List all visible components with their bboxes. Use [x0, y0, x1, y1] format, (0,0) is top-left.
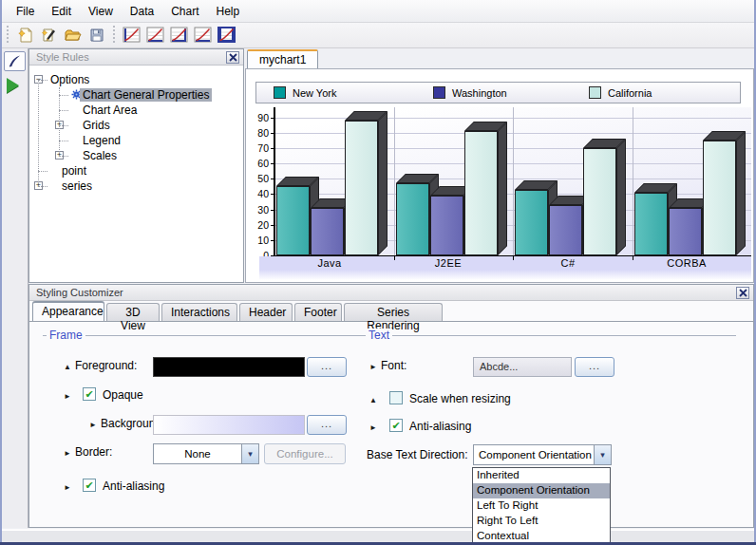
foreground-picker-button[interactable]: ...	[307, 357, 347, 377]
menu-help[interactable]: Help	[208, 2, 249, 21]
menu-chart[interactable]: Chart	[162, 2, 207, 21]
frame-antialias-checkbox[interactable]: ✔	[83, 479, 96, 492]
save-icon[interactable]	[85, 25, 108, 47]
dropdown-option-inherited[interactable]: Inherited	[473, 468, 610, 483]
chevron-down-icon[interactable]: ▾	[594, 445, 611, 464]
bar-new-york-corba	[634, 193, 668, 255]
category-label: C#	[530, 257, 606, 269]
font-preview-field[interactable]: Abcde...	[473, 357, 572, 377]
font-marker-icon: ►	[369, 363, 377, 371]
tree-connector	[59, 141, 68, 141]
tree-connector	[59, 95, 68, 96]
tab-footer[interactable]: Footer	[294, 303, 342, 321]
chart-layer: 0102030405060708090JavaJ2EEC#CORBA	[246, 69, 753, 282]
styling-customizer-panel: Styling Customizer Appearance3D ViewInte…	[28, 284, 754, 528]
dropdown-option-left-to-right[interactable]: Left To Right	[473, 498, 610, 514]
x-tick-mark	[633, 256, 633, 260]
tree-item-label[interactable]: point	[59, 164, 89, 178]
text-antialias-checkbox[interactable]: ✔	[389, 419, 403, 432]
base-text-direction-label: Base Text Direction:	[367, 448, 468, 461]
tab-interactions[interactable]: Interactions	[161, 303, 237, 321]
tab-appearance[interactable]: Appearance	[32, 301, 104, 321]
tree-item-label[interactable]: Legend	[80, 134, 123, 147]
new-document-icon[interactable]	[13, 25, 37, 47]
close-icon[interactable]	[226, 51, 239, 64]
menu-data[interactable]: Data	[122, 2, 162, 21]
menu-edit[interactable]: Edit	[43, 2, 80, 21]
menu-file[interactable]: File	[8, 2, 43, 21]
scale-when-resizing-checkbox[interactable]	[389, 391, 403, 404]
background-swatch[interactable]	[153, 415, 305, 435]
toolbar-grip	[111, 26, 117, 45]
tab-mychart1[interactable]: mychart1	[247, 49, 318, 68]
tree-item-label[interactable]: Chart General Properties	[80, 88, 212, 102]
bar-washington-j2ee	[430, 196, 463, 255]
category-label: Java	[292, 257, 368, 269]
foreground-label: Foreground:	[75, 359, 137, 372]
opaque-label: Opaque	[103, 388, 143, 402]
close-icon[interactable]	[736, 287, 749, 299]
tree-connector	[59, 110, 68, 111]
edit-stylesheet-icon[interactable]	[37, 25, 61, 47]
category-label: CORBA	[649, 257, 725, 269]
configure-button[interactable]: Configure...	[264, 443, 346, 464]
tree-connector	[59, 125, 68, 126]
tab-header[interactable]: Header	[239, 303, 293, 321]
y-tick-label: 30	[250, 204, 269, 216]
base-text-direction-combobox[interactable]: Component Orientation ▾	[473, 444, 612, 465]
foreground-swatch[interactable]	[153, 357, 305, 377]
dropdown-option-right-to-left[interactable]: Right To Left	[473, 514, 610, 529]
bar-california-c#	[583, 148, 616, 255]
frame-group-title: Frame	[47, 329, 85, 342]
tree-item-label[interactable]: Options	[47, 73, 92, 86]
stylesheet-pen-icon[interactable]	[4, 51, 26, 71]
bar-washington-corba	[669, 208, 702, 255]
y-tick-label: 10	[250, 235, 269, 246]
menu-view[interactable]: View	[80, 2, 122, 21]
opaque-checkbox[interactable]: ✔	[83, 387, 96, 401]
tree-item-series[interactable]: +series	[29, 179, 243, 194]
apply-play-icon[interactable]	[7, 78, 19, 93]
frame-antialias-label: Anti-aliasing	[103, 479, 164, 493]
base-text-direction-dropdown-list: InheritedComponent OrientationLeft To Ri…	[472, 467, 611, 545]
frame-antialias-marker-icon: ►	[64, 483, 71, 492]
opaque-marker-icon: ►	[64, 392, 71, 401]
tab-3d-view[interactable]: 3D View	[106, 303, 160, 321]
border-combobox[interactable]: None ▾	[153, 443, 259, 464]
tree-item-point[interactable]: point	[29, 163, 243, 179]
dropdown-option-component-orientation[interactable]: Component Orientation	[473, 483, 610, 498]
chart-type-2-icon[interactable]	[143, 25, 167, 47]
x-axis	[274, 255, 751, 256]
tree-connector	[38, 186, 47, 187]
tree-item-label[interactable]: Chart Area	[80, 103, 140, 117]
toolbar-grip	[5, 26, 10, 45]
chart-type-1-icon[interactable]	[120, 25, 143, 47]
background-picker-button[interactable]: ...	[307, 415, 347, 435]
style-rules-panel: Style Rules −OptionsChart General Proper…	[28, 48, 244, 283]
background-marker-icon: ►	[89, 421, 97, 429]
tree-item-label[interactable]: Grids	[80, 119, 113, 132]
tree-item-label[interactable]: series	[59, 179, 95, 193]
chevron-down-icon[interactable]: ▾	[241, 444, 258, 463]
y-tick-label: 40	[250, 188, 269, 199]
text-group-border: Text	[364, 335, 736, 336]
category-label: J2EE	[410, 257, 486, 269]
tab-series-rendering[interactable]: Series Rendering	[344, 303, 443, 321]
side-toolbar	[2, 48, 28, 528]
chart-type-4-icon[interactable]	[191, 25, 215, 47]
text-group-title: Text	[366, 329, 392, 342]
open-folder-icon[interactable]	[61, 25, 85, 47]
bar-california-corba	[703, 141, 736, 255]
tree-item-options[interactable]: −Options	[29, 72, 243, 87]
bar-side-face	[378, 111, 387, 255]
customizer-tabs: Appearance3D ViewInteractionsHeaderFoote…	[29, 302, 753, 322]
bar-washington-c#	[549, 205, 582, 255]
font-label: Font:	[381, 359, 406, 372]
font-picker-button[interactable]: ...	[575, 357, 614, 377]
chart-type-5-icon[interactable]	[215, 25, 238, 47]
menu-bar: FileEditViewDataChartHelp	[2, 0, 754, 23]
tree-item-label[interactable]: Scales	[80, 149, 120, 162]
scale-when-resizing-label: Scale when resizing	[409, 392, 511, 405]
y-tick-label: 90	[250, 112, 269, 123]
chart-type-3-icon[interactable]	[167, 25, 191, 47]
